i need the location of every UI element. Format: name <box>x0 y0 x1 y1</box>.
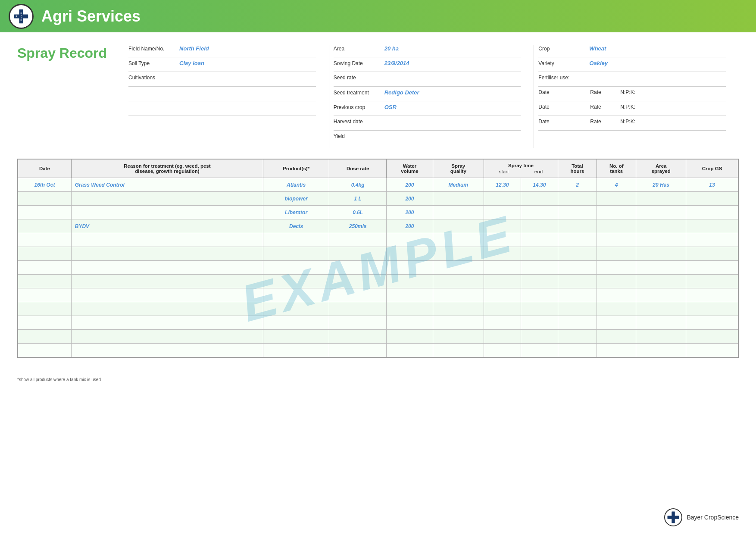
seed-treatment-label: Seed treatment <box>334 90 381 96</box>
fertiliser-row-2: Date Rate N:P:K: <box>538 104 726 116</box>
col-reason: Reason for treatment (eg. weed, pestdise… <box>71 160 263 178</box>
soil-type-row: Soil Type Clay loan <box>128 60 316 72</box>
cell-product: Atlantis <box>263 178 329 192</box>
cell-gs <box>686 206 738 219</box>
soil-type-label: Soil Type <box>128 60 176 66</box>
cell-area <box>636 219 686 233</box>
cell-area <box>636 206 686 219</box>
cell-water: 200 <box>387 178 433 192</box>
cell-start <box>484 192 521 206</box>
col-water: Watervolume <box>387 160 433 178</box>
footer-logo: Bayer CropScience <box>664 508 739 526</box>
col-date: Date <box>18 160 72 178</box>
cell-start <box>484 219 521 233</box>
cell-reason: Grass Weed Control <box>71 178 263 192</box>
field-name-row: Field Name/No. North Field <box>128 45 316 57</box>
fertiliser-npk-label-2: N:P:K: <box>620 104 668 110</box>
table-row: Liberator 0.6L 200 <box>18 206 738 219</box>
cultivations-row: Cultivations <box>128 75 316 87</box>
footer-brand: Bayer CropScience <box>687 514 739 521</box>
spray-record-section: Spray Record Field Name/No. North Field … <box>17 45 739 148</box>
cell-tanks <box>597 192 636 206</box>
fertiliser-date-label-1: Date <box>538 89 586 95</box>
cell-dose: 0.4kg <box>329 178 387 192</box>
harvest-date-row: Harvest date <box>334 119 521 131</box>
svg-rect-8 <box>668 516 679 519</box>
cell-quality <box>433 219 484 233</box>
fertiliser-row-3: Date Rate N:P:K: <box>538 119 726 131</box>
previous-crop-value: OSR <box>384 104 397 110</box>
bayer-footer-logo <box>664 508 682 526</box>
cultivations-label: Cultivations <box>128 75 176 81</box>
yield-label: Yield <box>334 133 381 139</box>
cell-date <box>18 219 72 233</box>
header-title: Agri Services <box>41 7 141 25</box>
cell-hours <box>558 219 597 233</box>
cell-product: biopower <box>263 192 329 206</box>
sowing-date-value: 23/9/2014 <box>384 60 409 66</box>
info-col-1: Field Name/No. North Field Soil Type Cla… <box>124 45 329 148</box>
seed-treatment-value: Redigo Deter <box>384 89 419 96</box>
fertiliser-rate-label-3: Rate <box>590 119 616 125</box>
page-header: B A Y E R Agri Services <box>0 0 756 32</box>
col-spray-time: Spray timestartend <box>484 160 558 178</box>
fertiliser-use-row: Fertiliser use: <box>538 75 726 87</box>
col-no-tanks: No. oftanks <box>597 160 636 178</box>
cell-reason: BYDV <box>71 219 263 233</box>
table-row <box>18 344 738 357</box>
sowing-date-label: Sowing Date <box>334 60 381 66</box>
sowing-date-row: Sowing Date 23/9/2014 <box>334 60 521 72</box>
cell-start: 12.30 <box>484 178 521 192</box>
area-value: 20 ha <box>384 45 399 52</box>
area-row: Area 20 ha <box>334 45 521 57</box>
cell-dose: 250mls <box>329 219 387 233</box>
col-crop-gs: Crop GS <box>686 160 738 178</box>
cell-start <box>484 206 521 219</box>
cell-end: 14.30 <box>521 178 558 192</box>
area-label: Area <box>334 46 381 52</box>
bayer-logo: B A Y E R <box>9 4 34 29</box>
spray-table-container: EXAMPLE Date Reason for treatment (eg. w… <box>17 159 739 358</box>
cell-reason <box>71 206 263 219</box>
cell-reason <box>71 192 263 206</box>
previous-crop-row: Previous crop OSR <box>334 104 521 116</box>
col-total-hours: Totalhours <box>558 160 597 178</box>
cell-quality <box>433 206 484 219</box>
cell-end <box>521 219 558 233</box>
cell-water: 200 <box>387 192 433 206</box>
footer: *show all products where a tank mix is u… <box>0 366 756 387</box>
seed-rate-label: Seed rate <box>334 75 381 81</box>
header-row: Date Reason for treatment (eg. weed, pes… <box>18 160 738 178</box>
cell-tanks <box>597 219 636 233</box>
cell-quality: Medium <box>433 178 484 192</box>
table-row <box>18 316 738 330</box>
cell-product: Liberator <box>263 206 329 219</box>
table-row <box>18 288 738 302</box>
cell-hours <box>558 192 597 206</box>
table-row <box>18 261 738 275</box>
crop-label: Crop <box>538 46 586 52</box>
cell-area: 20 Has <box>636 178 686 192</box>
harvest-date-label: Harvest date <box>334 119 381 125</box>
variety-label: Variety <box>538 60 586 66</box>
cell-dose: 0.6L <box>329 206 387 219</box>
fertiliser-date-label-3: Date <box>538 119 586 125</box>
table-row <box>18 275 738 288</box>
cell-water: 200 <box>387 219 433 233</box>
main-content: Spray Record Field Name/No. North Field … <box>0 32 756 366</box>
crop-value: Wheat <box>589 45 606 52</box>
table-row <box>18 330 738 344</box>
cell-date <box>18 206 72 219</box>
svg-text:Y: Y <box>20 17 22 19</box>
cell-area <box>636 192 686 206</box>
info-grid: Field Name/No. North Field Soil Type Cla… <box>124 45 739 148</box>
table-row <box>18 233 738 247</box>
cell-tanks: 4 <box>597 178 636 192</box>
table-header: Date Reason for treatment (eg. weed, pes… <box>18 160 738 178</box>
info-col-3: Crop Wheat Variety Oakley Fertiliser use… <box>534 45 739 148</box>
col-product: Product(s)* <box>263 160 329 178</box>
yield-row: Yield <box>334 133 521 145</box>
crop-row: Crop Wheat <box>538 45 726 57</box>
table-body: 16th Oct Grass Weed Control Atlantis 0.4… <box>18 178 738 357</box>
blank-row-2 <box>128 104 316 116</box>
